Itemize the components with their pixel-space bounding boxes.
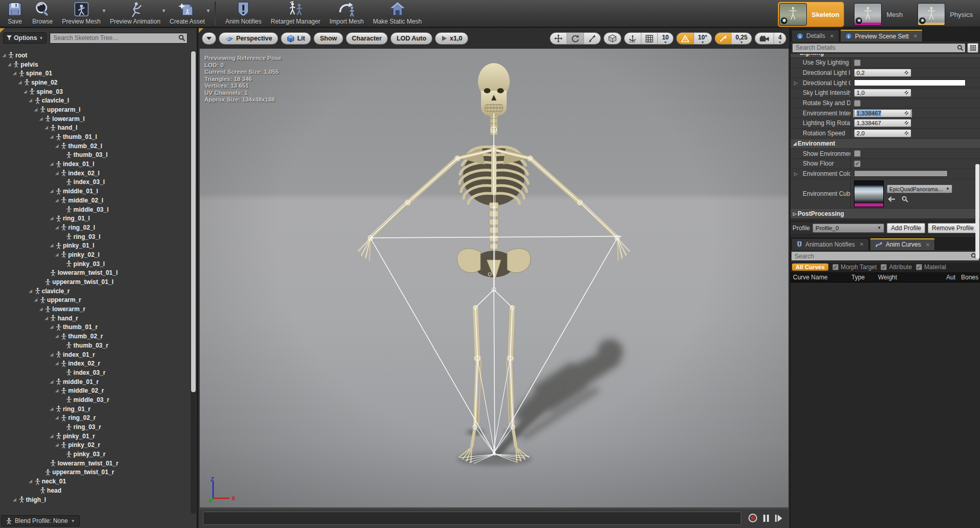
expand-arrow-icon[interactable]: ◢ xyxy=(50,325,55,329)
cubemap-asset-select[interactable]: EpicQuadPanorama_CC+E▼ xyxy=(887,185,952,193)
expand-arrow-icon[interactable]: ◢ xyxy=(29,289,34,293)
bone-index_01_r[interactable]: ◢index_01_r xyxy=(0,350,189,359)
details-view-options-button[interactable] xyxy=(967,43,978,53)
lod-auto-button[interactable]: LOD Auto xyxy=(390,32,432,45)
lighting-rig-rotatio-input[interactable]: 1,338467 xyxy=(854,119,911,127)
morph-target-checkbox[interactable]: ✔ xyxy=(832,264,839,270)
close-icon[interactable]: ✕ xyxy=(830,33,834,39)
create-asset-button[interactable]: Create Asset▼ xyxy=(165,0,210,27)
value-scrub-icon[interactable] xyxy=(904,120,909,126)
expand-arrow-icon[interactable]: ▷ xyxy=(794,171,798,176)
preview-mesh-button[interactable]: Preview Mesh▼ xyxy=(57,0,105,27)
bone-upperarm_l[interactable]: ◢upperarm_l xyxy=(0,105,189,114)
bone-upperarm_r[interactable]: ◢upperarm_r xyxy=(0,296,189,305)
translate-snap-button[interactable] xyxy=(624,33,641,44)
expand-arrow-icon[interactable]: ◢ xyxy=(55,226,60,230)
expand-arrow-icon[interactable]: ◢ xyxy=(50,135,55,139)
viewport-options-button[interactable] xyxy=(202,32,216,45)
expand-arrow-icon[interactable]: ◢ xyxy=(45,316,50,320)
bone-pinky_02_r[interactable]: ◢pinky_02_r xyxy=(0,441,189,450)
directional-light-co-swatch[interactable] xyxy=(854,79,966,86)
bone-middle_02_r[interactable]: ◢middle_02_r xyxy=(0,386,189,395)
mode-tab-mesh[interactable]: ✱Mesh xyxy=(852,2,908,27)
expand-arrow-icon[interactable]: ◢ xyxy=(50,216,55,220)
expand-arrow-icon[interactable]: ◢ xyxy=(18,80,24,85)
bone-ring_01_l[interactable]: ◢ring_01_l xyxy=(0,214,189,223)
bone-spine_03[interactable]: ◢spine_03 xyxy=(0,87,189,96)
pause-button[interactable] xyxy=(763,515,769,522)
camera-speed-value[interactable]: 4▼ xyxy=(774,33,786,44)
details-scrollbar-thumb[interactable] xyxy=(975,164,979,259)
tree-scrollbar-track[interactable] xyxy=(191,51,196,514)
expand-arrow-icon[interactable]: ◢ xyxy=(13,71,18,75)
anim-curves-search-input[interactable] xyxy=(791,251,979,261)
expand-arrow-icon[interactable]: ▷ xyxy=(794,80,798,86)
rotation-snap-button[interactable] xyxy=(677,33,694,44)
bone-index_02_l[interactable]: ◢index_02_l xyxy=(0,169,189,178)
bone-middle_03_l[interactable]: middle_03_l xyxy=(0,205,189,214)
save-button[interactable]: Save xyxy=(2,0,28,27)
bone-upperarm_twist_01_l[interactable]: upperarm_twist_01_l xyxy=(0,277,189,287)
bone-clavicle_l[interactable]: ◢clavicle_l xyxy=(0,96,189,105)
bone-ring_02_l[interactable]: ◢ring_02_l xyxy=(0,223,189,232)
material-checkbox[interactable]: ✔ xyxy=(916,264,922,270)
material-filter[interactable]: ✔Material xyxy=(916,263,946,271)
bone-pelvis[interactable]: ◢pelvis xyxy=(0,60,189,69)
category-lighting-clipped[interactable]: Lighting xyxy=(790,54,980,58)
expand-arrow-icon[interactable]: ◢ xyxy=(39,117,45,121)
expand-arrow-icon[interactable]: ◢ xyxy=(50,162,55,166)
curve-column-aut[interactable]: Aut xyxy=(944,274,958,281)
bone-index_03_r[interactable]: index_03_r xyxy=(0,368,189,377)
bone-middle_02_l[interactable]: ◢middle_02_l xyxy=(0,196,189,205)
tree-scrollbar-thumb[interactable] xyxy=(191,51,196,392)
rotate-tool-button[interactable] xyxy=(567,33,584,44)
playback-speed-button[interactable]: x1,0 xyxy=(435,32,468,45)
use-sky-lighting-checkbox[interactable] xyxy=(854,59,861,66)
bone-pinky_01_r[interactable]: ◢pinky_01_r xyxy=(0,432,189,441)
bone-root[interactable]: ◢root xyxy=(0,51,189,60)
options-button[interactable]: Options ▼ xyxy=(3,32,47,44)
expand-arrow-icon[interactable]: ◢ xyxy=(29,479,34,483)
profile-select[interactable]: Profile_0 ▼ xyxy=(812,224,884,233)
bone-index_01_l[interactable]: ◢index_01_l xyxy=(0,159,189,169)
expand-arrow-icon[interactable]: ◢ xyxy=(39,307,45,311)
grid-snap-value[interactable]: 10▼ xyxy=(658,33,673,44)
bone-hand_l[interactable]: ◢hand_l xyxy=(0,124,189,133)
bone-pinky_01_l[interactable]: ◢pinky_01_l xyxy=(0,241,189,250)
expand-arrow-icon[interactable]: ◢ xyxy=(55,334,60,338)
expand-arrow-icon[interactable]: ◢ xyxy=(55,144,60,148)
collapse-arrow-icon[interactable]: ◢ xyxy=(790,141,798,146)
directional-light-int-input[interactable]: 0,2 xyxy=(854,69,911,77)
bone-thumb_03_l[interactable]: thumb_03_l xyxy=(0,151,189,160)
expand-arrow-icon[interactable]: ◢ xyxy=(55,253,60,257)
tab-animation-notifies[interactable]: Animation Notifies✕ xyxy=(791,238,869,250)
expand-arrow-icon[interactable]: ◢ xyxy=(55,443,60,447)
bone-index_02_r[interactable]: ◢index_02_r xyxy=(0,359,189,368)
value-scrub-icon[interactable] xyxy=(904,110,909,116)
expand-arrow-icon[interactable]: ◢ xyxy=(50,189,55,193)
bone-hand_r[interactable]: ◢hand_r xyxy=(0,314,189,323)
bone-lowerarm_twist_01_l[interactable]: lowerarm_twist_01_l xyxy=(0,269,189,278)
viewport-canvas[interactable]: Previewing Reference PoseLOD: 0Current S… xyxy=(200,49,788,507)
back-arrow-icon[interactable] xyxy=(888,196,895,202)
bone-thumb_03_r[interactable]: thumb_03_r xyxy=(0,341,189,350)
perspective-button[interactable]: Perspective xyxy=(219,32,278,45)
all-curves-filter-button[interactable]: All Curves xyxy=(792,263,828,271)
anim-notifies-button[interactable]: Anim Notifies xyxy=(221,0,266,27)
bone-thumb_02_l[interactable]: ◢thumb_02_l xyxy=(0,141,189,151)
bone-ring_01_r[interactable]: ◢ring_01_r xyxy=(0,404,189,414)
coordinate-system-button[interactable] xyxy=(604,33,621,44)
scale-snap-value[interactable]: 0,25▼ xyxy=(732,33,752,44)
move-tool-button[interactable] xyxy=(550,33,567,44)
bone-lowerarm_twist_01_r[interactable]: lowerarm_twist_01_r xyxy=(0,459,189,468)
rotation-speed-input[interactable]: 2,0 xyxy=(854,129,911,137)
retarget-manager-button[interactable]: Retarget Manager xyxy=(266,0,325,27)
expand-arrow-icon[interactable]: ▷ xyxy=(790,211,798,216)
chevron-down-icon[interactable]: ▼ xyxy=(206,8,211,13)
tab-details[interactable]: iDetails✕ xyxy=(791,30,839,42)
skeleton-tree-search-input[interactable] xyxy=(50,33,187,44)
curve-column-bones[interactable]: Bones xyxy=(958,274,980,281)
bone-pinky_02_l[interactable]: ◢pinky_02_l xyxy=(0,250,189,259)
setting-environment[interactable]: ◢Environment xyxy=(790,139,980,149)
bone-clavicle_r[interactable]: ◢clavicle_r xyxy=(0,287,189,296)
